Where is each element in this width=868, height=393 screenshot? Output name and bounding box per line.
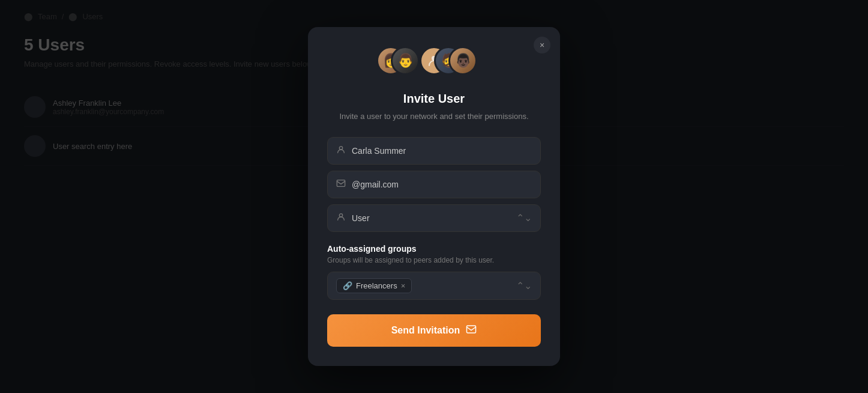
modal-subtitle: Invite a user to your network and set th… — [327, 111, 541, 123]
remove-tag-button[interactable]: × — [401, 282, 406, 290]
group-tag-label: Freelancers — [356, 281, 397, 290]
chevron-down-icon: ⌃⌄ — [516, 212, 532, 224]
groups-field[interactable]: 🔗 Freelancers × ⌃⌄ — [327, 272, 541, 300]
person-icon — [336, 212, 346, 224]
send-button-label: Send Invitation — [391, 325, 460, 336]
person-icon — [336, 145, 346, 157]
name-input[interactable] — [352, 146, 532, 156]
svg-rect-2 — [337, 180, 345, 186]
avatar-group: 👩 👨 🧔 👨🏿 — [327, 46, 541, 80]
chevron-down-icon: ⌃⌄ — [516, 280, 532, 291]
email-input[interactable] — [352, 180, 532, 189]
name-field — [327, 137, 541, 165]
invite-user-modal: × 👩 👨 🧔 👨🏿 Invite User — [308, 27, 560, 366]
group-tag: 🔗 Freelancers × — [336, 278, 412, 293]
modal-overlay: × 👩 👨 🧔 👨🏿 Invite User — [0, 0, 868, 393]
groups-section-title: Auto-assigned groups — [327, 244, 541, 254]
auto-groups-section: Auto-assigned groups Groups will be assi… — [327, 244, 541, 300]
modal-title: Invite User — [327, 92, 541, 106]
groups-section-desc: Groups will be assigned to peers added b… — [327, 256, 541, 264]
svg-rect-4 — [467, 326, 476, 333]
form-fields: User Admin Viewer ⌃⌄ — [327, 137, 541, 232]
group-icon: 🔗 — [343, 281, 352, 290]
email-icon — [336, 178, 346, 190]
email-field-container — [327, 171, 541, 198]
svg-point-1 — [339, 146, 342, 149]
svg-point-3 — [339, 213, 342, 216]
avatar: 👨🏿 — [448, 46, 477, 75]
send-invitation-button[interactable]: Send Invitation — [327, 314, 541, 347]
send-icon — [466, 324, 477, 337]
role-field-container: User Admin Viewer ⌃⌄ — [327, 204, 541, 232]
avatar: 👨 — [391, 46, 420, 75]
role-select[interactable]: User Admin Viewer — [352, 213, 510, 223]
